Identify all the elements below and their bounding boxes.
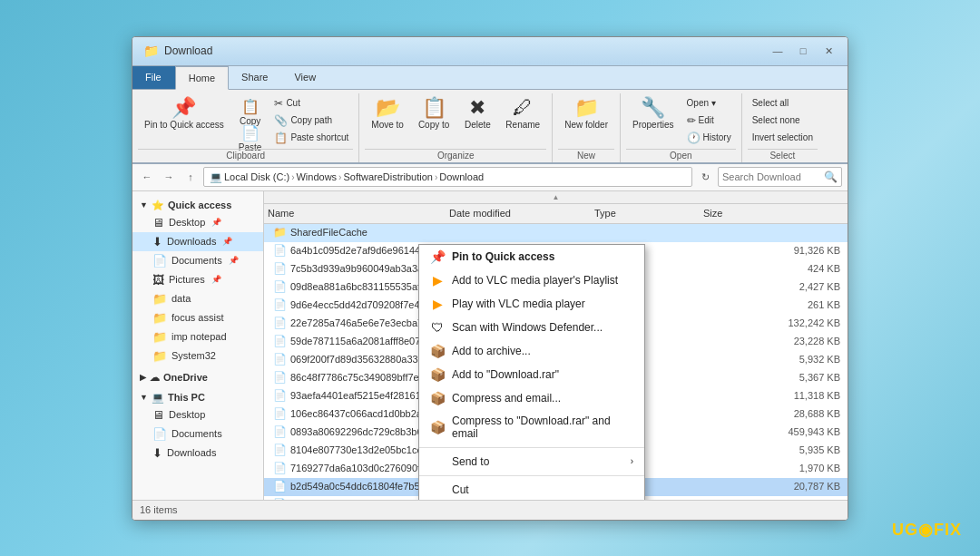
edit-button[interactable]: ✏ Edit	[682, 112, 736, 129]
address-path[interactable]: 💻 Local Disk (C:) › Windows › SoftwareDi…	[203, 167, 692, 187]
sidebar-item-downloads[interactable]: ⬇ Downloads 📌	[132, 232, 263, 251]
tab-view[interactable]: View	[281, 66, 329, 89]
sidebar: ▼ ⭐ Quick access 🖥 Desktop 📌 ⬇ Downloads…	[132, 191, 264, 500]
documents-pin-icon: 📌	[229, 256, 239, 265]
sidebar-item-desktop[interactable]: 🖥 Desktop 📌	[132, 213, 263, 232]
sidebar-header-quick-access[interactable]: ▼ ⭐ Quick access	[132, 197, 263, 213]
ctx-add-archive[interactable]: 📦 Add to archive...	[419, 339, 644, 363]
sidebar-item-focus-assist[interactable]: 📁 focus assist	[132, 308, 263, 327]
pin-to-quick-access-button[interactable]: 📌 Pin to Quick access	[138, 93, 230, 146]
new-folder-icon: 📁	[574, 98, 599, 118]
col-header-size[interactable]: Size	[700, 206, 848, 220]
paste-button[interactable]: 📄 Paste	[232, 122, 269, 147]
desktop-pin-icon: 📌	[211, 218, 221, 227]
column-header: Name Date modified Type Size	[264, 204, 848, 224]
cut-icon: ✂	[274, 97, 283, 110]
search-input[interactable]	[722, 171, 822, 182]
new-folder-button[interactable]: 📁 New folder	[558, 93, 614, 146]
sidebar-onedrive-label: OneDrive	[163, 372, 208, 383]
file-icon: 📄	[273, 371, 287, 384]
ctx-add-download-rar[interactable]: 📦 Add to "Download.rar"	[419, 363, 644, 386]
file-row-name: 09d8ea881a6bc831155535aff145	[290, 281, 439, 292]
cut-button[interactable]: ✂ Cut	[270, 95, 353, 112]
ctx-sep-2	[419, 475, 644, 476]
delete-button[interactable]: ✖ Delete	[457, 93, 497, 146]
col-header-date[interactable]: Date modified	[446, 206, 591, 220]
up-button[interactable]: ↑	[181, 168, 200, 186]
history-button[interactable]: 🕐 History	[682, 130, 736, 146]
quick-access-arrow-icon: ▼	[140, 200, 148, 210]
col-header-name[interactable]: Name	[264, 206, 446, 220]
ctx-sep-1	[419, 447, 644, 448]
tab-share[interactable]: Share	[229, 66, 281, 89]
new-items: 📁 New folder	[558, 93, 614, 147]
invert-selection-button[interactable]: Invert selection	[748, 130, 818, 146]
this-pc-arrow-icon: ▼	[140, 393, 148, 402]
file-row-name: 22e7285a746a5e6e7e3ecba7e9	[290, 317, 434, 328]
ctx-send-to[interactable]: Send to ›	[419, 451, 644, 473]
ctx-compress-email[interactable]: 📦 Compress and email...	[419, 386, 644, 410]
move-to-button[interactable]: 📂 Move to	[365, 93, 410, 146]
table-row[interactable]: 📁 SharedFileCache	[264, 224, 848, 242]
sidebar-item-imp-notepad[interactable]: 📁 imp notepad	[132, 327, 263, 346]
select-label: Select	[748, 149, 818, 162]
back-button[interactable]: ←	[138, 168, 156, 186]
forward-button[interactable]: →	[160, 168, 178, 186]
folder-icon: 📁	[143, 44, 159, 58]
sidebar-item-documents[interactable]: 📄 Documents 📌	[132, 251, 263, 270]
select-all-button[interactable]: Select all	[748, 95, 818, 112]
file-row-size: 459,943 KB	[700, 426, 848, 437]
close-button[interactable]: ✕	[817, 42, 840, 60]
ctx-add-download-rar-label: Add to "Download.rar"	[452, 368, 559, 381]
sidebar-item-pictures[interactable]: 🖼 Pictures 📌	[132, 270, 263, 289]
copy-to-button[interactable]: 📋 Copy to	[412, 93, 456, 146]
file-row-name: 86c48f7786c75c349089bff7e674	[290, 372, 436, 383]
tab-file[interactable]: File	[132, 66, 175, 89]
sidebar-header-this-pc[interactable]: ▼ 💻 This PC	[132, 389, 263, 405]
sidebar-item-system32[interactable]: 📁 System32	[132, 346, 263, 366]
ctx-vlc-play[interactable]: ▶ Play with VLC media player	[419, 292, 644, 316]
tab-home[interactable]: Home	[175, 66, 229, 90]
ctx-add-archive-label: Add to archive...	[452, 345, 531, 357]
maximize-button[interactable]: □	[791, 42, 815, 60]
onedrive-arrow-icon: ▶	[140, 373, 146, 382]
sidebar-downloads-label: Downloads	[167, 236, 216, 247]
sidebar-item-desktop2[interactable]: 🖥 Desktop	[132, 405, 263, 424]
organize-group: 📂 Move to 📋 Copy to ✖ Delete 🖊 Rename Or…	[363, 93, 553, 162]
ctx-compress-download-email[interactable]: 📦 Compress to "Download.rar" and email	[419, 410, 644, 444]
ctx-scan-defender[interactable]: 🛡 Scan with Windows Defender...	[419, 316, 644, 339]
minimize-button[interactable]: —	[766, 42, 789, 60]
col-header-type[interactable]: Type	[591, 206, 700, 220]
sidebar-desktop2-label: Desktop	[169, 409, 205, 420]
open-button[interactable]: Open ▾	[682, 95, 736, 112]
title-bar: 📁 Download — □ ✕	[132, 37, 848, 66]
file-row-size: 28,688 KB	[700, 408, 848, 419]
sidebar-item-downloads2[interactable]: ⬇ Downloads	[132, 444, 263, 463]
path-icon: 💻	[210, 171, 222, 183]
ctx-vlc-playlist[interactable]: ▶ Add to VLC media player's Playlist	[419, 268, 644, 292]
window-controls: — □ ✕	[766, 42, 840, 60]
copy-button[interactable]: 📋 Copy	[232, 95, 269, 121]
file-icon: 📄	[273, 280, 287, 293]
copy-path-button[interactable]: 📎 Copy path	[270, 112, 353, 129]
pin-label: Pin to Quick access	[144, 120, 224, 131]
sidebar-item-documents2[interactable]: 📄 Documents	[132, 424, 263, 444]
rename-button[interactable]: 🖊 Rename	[499, 93, 546, 146]
file-row-name: 069f200f7d89d35632880a33bc86	[290, 354, 440, 365]
ctx-archive2-icon: 📦	[430, 367, 445, 382]
properties-button[interactable]: 🔧 Properties	[626, 93, 681, 146]
file-icon: 📄	[273, 444, 287, 456]
sidebar-item-data[interactable]: 📁 data	[132, 289, 263, 308]
sidebar-header-onedrive[interactable]: ▶ ☁ OneDrive	[132, 369, 263, 385]
pictures-pin-icon: 📌	[211, 275, 221, 284]
refresh-button[interactable]: ↻	[696, 168, 714, 186]
onedrive-section: ▶ ☁ OneDrive	[132, 367, 263, 387]
paste-shortcut-button[interactable]: 📋 Paste shortcut	[270, 130, 353, 146]
downloads-pin-icon: 📌	[222, 237, 232, 246]
scroll-up-indicator[interactable]: ▲	[264, 191, 848, 204]
ctx-cut[interactable]: Cut	[419, 479, 644, 500]
watermark-highlight: ◉	[918, 521, 934, 539]
select-none-button[interactable]: Select none	[748, 112, 818, 129]
file-row-size: 23,228 KB	[700, 336, 848, 346]
ctx-pin-quick-access[interactable]: 📌 Pin to Quick access	[419, 245, 644, 268]
